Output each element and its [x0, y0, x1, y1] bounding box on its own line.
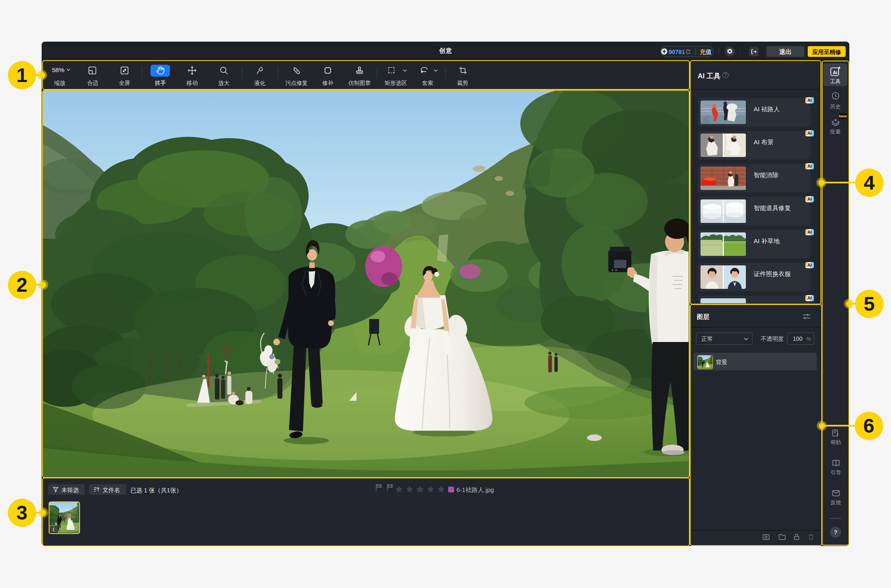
svg-text:?: ? — [836, 433, 839, 437]
svg-text:Ai: Ai — [833, 70, 837, 75]
